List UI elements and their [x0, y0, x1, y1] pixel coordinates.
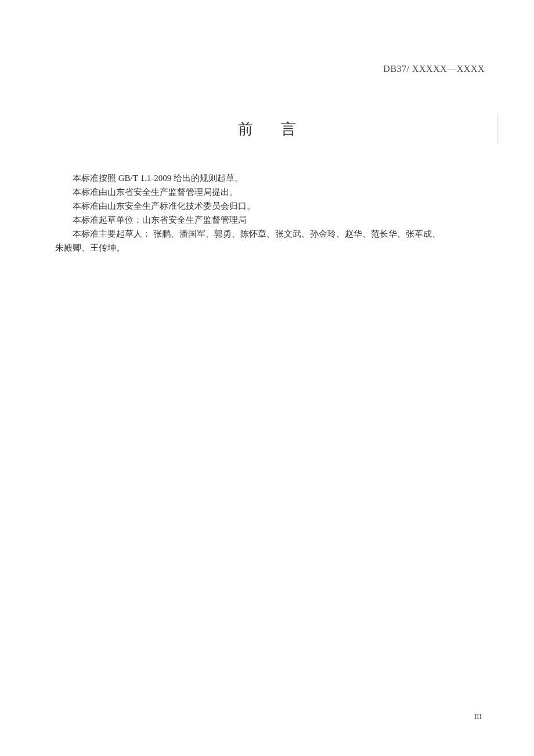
- paragraph-line: 朱殿卿、王传坤。: [55, 241, 485, 255]
- paragraph-line: 本标准由山东安全生产标准化技术委员会归口。: [55, 199, 485, 213]
- paragraph-line: 本标准主要起草人： 张鹏、潘国军、郭勇、陈怀章、张文武、孙金玲、赵华、范长华、张…: [55, 227, 485, 241]
- page-title: 前言: [0, 119, 534, 139]
- page-number: III: [474, 712, 482, 721]
- paragraph-line: 本标准按照 GB/T 1.1-2009 给出的规则起草。: [55, 171, 485, 185]
- paragraph-line: 本标准起草单位：山东省安全生产监督管理局: [55, 213, 485, 227]
- paragraph-line: 本标准由山东省安全生产监督管理局提出。: [55, 185, 485, 199]
- document-header-code: DB37/ XXXXX—XXXX: [383, 64, 485, 74]
- foreword-content: 本标准按照 GB/T 1.1-2009 给出的规则起草。 本标准由山东省安全生产…: [55, 171, 485, 255]
